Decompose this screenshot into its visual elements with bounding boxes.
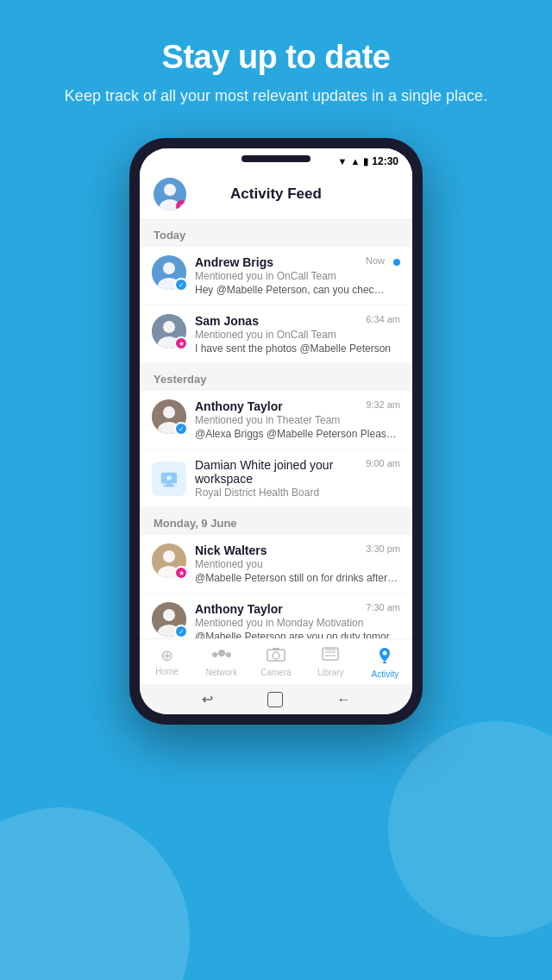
section-monday: Monday, 9 June — [140, 508, 412, 535]
feed-item-top: Sam Jonas 6:34 am — [195, 314, 400, 328]
feed-avatar: ★ — [152, 543, 186, 578]
svg-line-25 — [215, 654, 218, 655]
home-btn[interactable] — [267, 692, 283, 707]
svg-point-22 — [218, 650, 225, 656]
feed-item-name: Anthony Taylor — [195, 399, 283, 413]
feed-avatar: ✓ — [152, 399, 186, 434]
feed-item-sub: Mentioned you in OnCall Team — [195, 329, 400, 341]
nav-label-camera: Camera — [260, 668, 292, 677]
nav-item-camera[interactable]: Camera — [248, 644, 303, 681]
feed-item-top: Damian White joined your workspace 9:00 … — [195, 458, 400, 486]
feed-item-time: 9:00 am — [366, 458, 400, 468]
svg-point-28 — [273, 652, 279, 659]
feed-item-sub: Mentioned you — [195, 558, 400, 570]
feed-item-name: Anthony Taylor — [195, 602, 283, 616]
feed-item[interactable]: ✓ Anthony Taylor 9:32 am Mentioned you i… — [140, 391, 412, 449]
bottom-nav: ⊕ Home Network — [140, 638, 412, 684]
nav-label-home: Home — [155, 667, 179, 676]
user-avatar[interactable]: ★ — [154, 178, 186, 210]
feed-avatar: ✓ — [152, 602, 186, 637]
hero-header: Stay up to date Keep track of all your m… — [0, 0, 552, 125]
feed-avatar: ★ — [152, 314, 186, 349]
phone-notch — [242, 155, 310, 162]
feed-item-name: Damian White joined your workspace — [195, 458, 359, 486]
star-badge: ★ — [174, 336, 188, 350]
nav-label-library: Library — [317, 668, 344, 677]
wifi-icon: ▼ — [338, 156, 348, 166]
feed-item-preview: @Alexa Briggs @Mabelle Peterson Please m… — [195, 428, 400, 440]
network-icon — [212, 646, 231, 666]
phone-body: ▼ ▲ ▮ 12:30 ★ — [129, 138, 423, 725]
feed-item-time: 7:30 am — [366, 602, 400, 612]
app-title: Activity Feed — [186, 185, 366, 203]
feed-item-workspace[interactable]: Damian White joined your workspace 9:00 … — [140, 449, 412, 507]
feed-item-name: Andrew Brigs — [195, 255, 273, 269]
svg-point-7 — [163, 321, 175, 333]
feed-item-content: Damian White joined your workspace 9:00 … — [195, 458, 400, 499]
phone-nav-bar: ↩ ← — [140, 684, 412, 714]
star-badge: ★ — [174, 566, 188, 580]
mention-badge: ✓ — [174, 625, 188, 638]
app-header: ★ Activity Feed — [140, 171, 412, 220]
feed-item-top: Anthony Taylor 9:32 am — [195, 399, 400, 413]
hero-subtitle: Keep track of all your most relevant upd… — [52, 85, 500, 108]
feed-item-preview: @Mabelle Peterson still on for drinks af… — [195, 572, 400, 584]
feed-item[interactable]: ★ Sam Jonas 6:34 am Mentioned you in OnC… — [140, 305, 412, 363]
phone-screen: ▼ ▲ ▮ 12:30 ★ — [140, 148, 412, 714]
svg-point-20 — [163, 609, 175, 621]
status-time: 12:30 — [372, 155, 398, 167]
feed-item-preview: Hey @Mabelle Peterson, can you check out… — [195, 284, 385, 296]
battery-icon: ▮ — [363, 156, 368, 167]
feed-item-content: Nick Walters 3:30 pm Mentioned you @Mabe… — [195, 543, 400, 584]
feed-item-sub: Mentioned you in OnCall Team — [195, 270, 385, 282]
mention-badge: ✓ — [174, 278, 188, 292]
bg-circle-2 — [388, 721, 552, 937]
feed-item-content: Anthony Taylor 9:32 am Mentioned you in … — [195, 399, 400, 440]
signal-icon: ▲ — [350, 156, 360, 166]
feed-item-content: Sam Jonas 6:34 am Mentioned you in OnCal… — [195, 314, 400, 355]
camera-icon — [267, 646, 285, 666]
svg-point-34 — [383, 651, 387, 656]
nav-label-network: Network — [205, 668, 237, 677]
feed-item-name: Nick Walters — [195, 543, 267, 557]
feed-item-content: Anthony Taylor 7:30 am Mentioned you in … — [195, 602, 400, 638]
feed-item[interactable]: ✓ Anthony Taylor 7:30 am Mentioned you i… — [140, 594, 412, 638]
svg-line-26 — [225, 654, 229, 655]
nav-item-home[interactable]: ⊕ Home — [140, 644, 194, 681]
back-btn[interactable]: ↩ — [202, 691, 213, 707]
svg-rect-14 — [164, 485, 175, 487]
avatar-star-badge: ★ — [176, 200, 186, 210]
hero-title: Stay up to date — [52, 39, 500, 76]
feed-item-content: Andrew Brigs Now Mentioned you in OnCall… — [195, 255, 385, 296]
feed-item[interactable]: ✓ Andrew Brigs Now Mentioned you in OnCa… — [140, 247, 412, 305]
section-yesterday: Yesterday — [140, 364, 412, 391]
feed-avatar: ✓ — [152, 255, 186, 290]
nav-item-network[interactable]: Network — [194, 644, 248, 681]
nav-item-activity[interactable]: Activity — [358, 644, 412, 681]
feed-item-name: Sam Jonas — [195, 314, 259, 328]
feed-item[interactable]: ★ Nick Walters 3:30 pm Mentioned you @Ma… — [140, 535, 412, 593]
svg-rect-35 — [383, 662, 386, 663]
feed-item-preview: I have sent the photos @Mabelle Peterson — [195, 342, 400, 355]
feed-item-time: 3:30 pm — [366, 543, 400, 554]
status-icons: ▼ ▲ ▮ 12:30 — [338, 155, 398, 167]
svg-point-17 — [163, 550, 175, 562]
svg-point-4 — [163, 262, 175, 274]
svg-rect-29 — [273, 648, 279, 650]
nav-label-activity: Activity — [372, 669, 399, 679]
feed-item-top: Andrew Brigs Now — [195, 255, 385, 269]
home-icon: ⊕ — [160, 646, 173, 665]
feed-item-workspace-name: Royal District Health Board — [195, 487, 400, 499]
feed-item-top: Anthony Taylor 7:30 am — [195, 602, 400, 616]
unread-dot — [393, 259, 400, 266]
nav-item-library[interactable]: Library — [304, 644, 358, 681]
feed-item-time: Now — [366, 255, 385, 266]
mention-badge: ✓ — [174, 422, 188, 436]
activity-icon — [375, 646, 394, 668]
library-icon — [321, 646, 340, 666]
feed-item-preview: @Mabelle Peterson are you on duty tomorr… — [195, 631, 400, 638]
recents-btn[interactable]: ← — [337, 692, 351, 707]
feed-item-time: 6:34 am — [366, 314, 400, 324]
feed-content[interactable]: Today ✓ Andrew Brigs Now Ment — [140, 220, 412, 638]
feed-item-sub: Mentioned you in Monday Motivation — [195, 617, 400, 629]
